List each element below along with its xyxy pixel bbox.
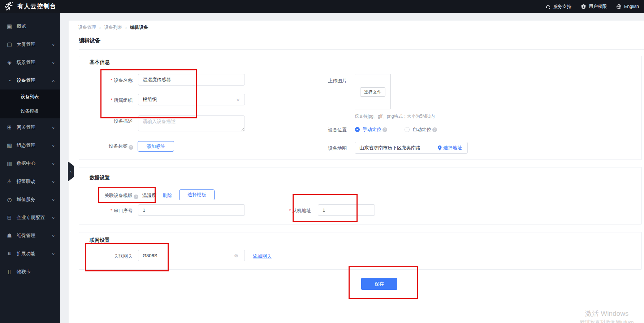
help-icon[interactable]: ? [134, 195, 138, 199]
breadcrumb-device-management[interactable]: 设备管理 [78, 25, 96, 31]
sidebar-item-icon: ⊞ [6, 124, 13, 131]
device-map-label: 设备地图 [328, 145, 347, 152]
required-mark: * [111, 208, 112, 213]
sidebar-item-label: 场景管理 [17, 59, 35, 66]
basic-info-title: 基本信息 [90, 59, 110, 66]
sidebar-item[interactable]: ▯ 物联卡 [0, 263, 60, 281]
app-title: 有人云控制台 [17, 2, 56, 10]
sidebar-item-label: 概览 [17, 23, 26, 30]
sidebar-item-label: 增值服务 [17, 196, 35, 203]
sidebar-item[interactable]: ⚠ 报警联动 ∨ [0, 173, 60, 191]
windows-activation-watermark: 激活 Windows [585, 309, 628, 318]
sidebar-item-label: 报警联动 [17, 178, 35, 185]
sidebar-menu: ▣ 概览 ▢ 大屏管理 ∨ ◈ 场景管理 ∨ ◔ 设备管理 ∧ [0, 13, 60, 281]
sidebar-item[interactable]: ⊟ 企业专属配置 ∨ [0, 209, 60, 227]
chevron-icon: ∨ [51, 252, 55, 256]
location-mode-radio-group: 手动定位 ? 自动定位 ? [355, 126, 437, 133]
device-name-label: *设备名称 [111, 77, 133, 84]
choose-address-label: 选择地址 [443, 145, 462, 151]
chevron-icon: ∨ [51, 43, 55, 47]
help-icon[interactable]: ? [432, 127, 437, 132]
title-divider [79, 49, 644, 50]
network-settings-title: 联网设置 [90, 237, 110, 244]
sidebar-item[interactable]: ◔ 设备管理 ∧ [0, 71, 60, 90]
linked-template-label: 关联设备模版? 温湿度 [104, 192, 156, 199]
sidebar-item[interactable]: ◈ 场景管理 ∨ [0, 53, 60, 71]
sidebar-item-icon: ≋ [6, 250, 13, 257]
sidebar-item-icon: ◔ [6, 78, 13, 84]
page-title: 编辑设备 [79, 37, 100, 44]
sidebar-item[interactable]: ▧ 组态管理 ∨ [0, 136, 60, 154]
sidebar-item-icon: ◈ [6, 59, 13, 66]
chevron-icon: ∨ [51, 198, 55, 202]
sidebar-item[interactable]: ⊞ 网关管理 ∨ [0, 118, 60, 136]
sidebar-item[interactable]: ☗ 维保管理 ∨ [0, 227, 60, 245]
breadcrumb-device-list[interactable]: 设备列表 [104, 25, 122, 31]
save-button[interactable]: 保存 [361, 278, 397, 290]
shield-icon [581, 4, 586, 9]
sidebar-item-label: 数据中心 [17, 160, 35, 167]
chevron-icon: ∨ [51, 162, 55, 166]
location-pin-icon [438, 145, 442, 150]
user-permission-label: 用户权限 [589, 4, 607, 10]
required-mark: * [111, 78, 112, 83]
sidebar-item-icon: ▥ [6, 160, 13, 167]
logo[interactable]: 有人云控制台 [4, 1, 56, 11]
clear-input-icon[interactable]: ⊗ [234, 253, 238, 258]
sidebar-item-label: 设备管理 [17, 77, 35, 84]
org-label: *所属组织 [111, 97, 133, 104]
runner-logo-icon [4, 1, 14, 11]
slave-address-label: *从机地址 [289, 208, 311, 214]
add-tag-button[interactable]: 添加标签 [138, 141, 174, 152]
sidebar-item-icon: ▣ [6, 23, 13, 30]
add-gateway-link[interactable]: 添加网关 [253, 253, 272, 259]
serial-number-input[interactable] [138, 204, 245, 216]
choose-address-link[interactable]: 选择地址 [438, 145, 462, 151]
service-support-link[interactable]: 服务支持 [545, 4, 571, 10]
help-icon[interactable]: ? [129, 145, 133, 150]
sidebar-item[interactable]: ≋ 扩展功能 ∨ [0, 245, 60, 263]
sidebar-item[interactable]: ◷ 增值服务 ∨ [0, 191, 60, 209]
headset-icon [545, 4, 551, 9]
manual-locate-label[interactable]: 手动定位 [363, 126, 381, 133]
device-name-input[interactable] [138, 74, 245, 86]
device-desc-textarea[interactable] [138, 115, 245, 131]
upload-image-label: 上传图片 [328, 78, 347, 84]
sidebar: ▣ 概览 ▢ 大屏管理 ∨ ◈ 场景管理 ∨ ◔ 设备管理 ∧ [0, 13, 60, 323]
sidebar-item-icon: ▢ [6, 41, 13, 48]
manual-locate-radio[interactable] [355, 127, 360, 132]
linked-template-value: 温湿度 [142, 193, 156, 198]
user-permission-link[interactable]: 用户权限 [581, 4, 607, 10]
choose-file-button[interactable]: 选择文件 [360, 87, 385, 97]
breadcrumb-separator: › [99, 25, 101, 30]
help-icon[interactable]: ? [382, 127, 387, 132]
chevron-icon: ∨ [51, 61, 55, 65]
sidebar-item[interactable]: ▣ 概览 [0, 17, 60, 35]
breadcrumb: 设备管理 › 设备列表 › 编辑设备 [78, 25, 148, 31]
service-support-label: 服务支持 [553, 4, 571, 10]
upload-hint: 仅支持jpg、gif、png格式；大小为5M以内 [355, 113, 435, 119]
breadcrumb-current: 编辑设备 [130, 25, 148, 31]
sidebar-item-icon: ◷ [6, 196, 13, 203]
sidebar-item[interactable]: ▢ 大屏管理 ∨ [0, 35, 60, 53]
sidebar-item-label: 设备模板 [21, 108, 39, 114]
sidebar-item[interactable]: 设备模板 [0, 104, 60, 118]
sidebar-item[interactable]: ▥ 数据中心 ∨ [0, 154, 60, 173]
delete-template-link[interactable]: 删除 [163, 192, 172, 199]
chevron-icon: ∨ [51, 216, 55, 220]
auto-locate-radio[interactable] [405, 127, 410, 132]
slave-address-input[interactable] [318, 204, 375, 216]
sidebar-item-label: 网关管理 [17, 124, 35, 131]
sidebar-item[interactable]: 设备列表 [0, 90, 60, 104]
top-bar: 有人云控制台 服务支持 用户权限 [0, 0, 644, 13]
org-select[interactable] [138, 94, 245, 105]
device-desc-label: 设备描述 [114, 118, 133, 125]
choose-template-button[interactable]: 选择模板 [179, 189, 215, 200]
language-switch[interactable]: English [616, 4, 639, 9]
sidebar-item-label: 组态管理 [17, 142, 35, 149]
sidebar-item-icon: ▯ [6, 269, 13, 275]
auto-locate-label[interactable]: 自动定位 [412, 126, 431, 133]
sidebar-item-icon: ☗ [6, 232, 13, 239]
linked-gateway-input[interactable] [138, 250, 245, 261]
sidebar-item-label: 大屏管理 [17, 41, 35, 48]
